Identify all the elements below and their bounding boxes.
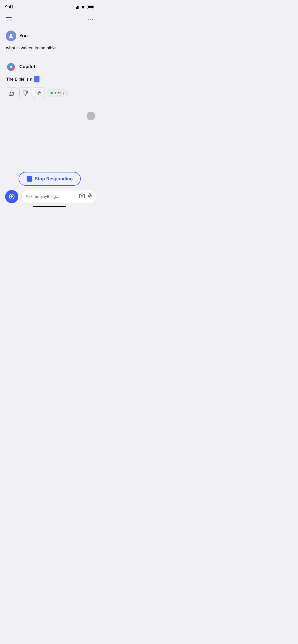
home-indicator (33, 206, 66, 207)
stop-responding-container: Stop Responding (5, 172, 94, 186)
copilot-message-section: Copilot The Bible is a (6, 62, 94, 99)
chat-area: You what is written in the bible (0, 25, 99, 109)
action-buttons: 1 of 30 (6, 87, 94, 99)
user-message-section: You what is written in the bible (6, 31, 94, 51)
scroll-indicator[interactable] (87, 112, 95, 120)
top-bar: ··· (0, 13, 99, 25)
menu-line-1 (6, 17, 12, 18)
microphone-icon[interactable] (87, 193, 92, 200)
signal-bar-3 (77, 6, 78, 9)
copilot-sender-name: Copilot (19, 64, 35, 69)
stop-responding-label: Stop Responding (35, 176, 73, 182)
battery-icon (87, 6, 94, 9)
user-icon (8, 33, 14, 39)
copilot-icon (6, 62, 16, 72)
thumbs-down-icon (22, 90, 28, 96)
input-row (5, 190, 94, 203)
green-dot-icon (50, 92, 53, 94)
menu-icon[interactable] (6, 17, 12, 21)
more-options-icon[interactable]: ··· (88, 16, 94, 22)
new-chat-button[interactable] (5, 190, 18, 203)
signal-bars-icon (75, 5, 79, 9)
response-count-text: 1 of 30 (55, 91, 65, 95)
new-chat-icon (8, 193, 15, 200)
signal-bar-2 (76, 7, 77, 9)
status-icons (75, 5, 94, 9)
bottom-section: Stop Responding (0, 172, 99, 215)
copilot-message-text: The Bible is a (6, 76, 94, 83)
menu-line-3 (6, 21, 12, 21)
copy-button[interactable] (33, 87, 45, 99)
stop-icon (27, 176, 32, 182)
copilot-message-header: Copilot (6, 62, 94, 72)
menu-line-2 (6, 19, 12, 19)
wifi-icon (81, 5, 85, 9)
signal-bar-4 (78, 6, 79, 9)
avatar (6, 31, 16, 41)
input-field-container (21, 190, 97, 203)
thumbs-up-icon (9, 90, 14, 96)
stop-responding-button[interactable]: Stop Responding (19, 172, 81, 186)
typing-cursor (34, 76, 39, 82)
user-sender-name: You (19, 33, 28, 39)
thumbs-up-button[interactable] (6, 87, 17, 99)
chat-input[interactable] (26, 194, 77, 199)
copy-icon (36, 91, 42, 96)
svg-point-0 (10, 34, 12, 36)
signal-bar-1 (75, 8, 75, 9)
response-count: 1 of 30 (47, 89, 69, 97)
svg-rect-1 (38, 92, 41, 95)
user-message-header: You (6, 31, 94, 41)
camera-icon[interactable] (79, 193, 85, 200)
status-time: 9:41 (5, 5, 13, 10)
copilot-logo (6, 62, 16, 72)
svg-point-3 (81, 195, 83, 197)
thumbs-down-button[interactable] (19, 87, 31, 99)
status-bar: 9:41 (0, 0, 99, 13)
user-message-text: what is written in the bible (6, 45, 94, 51)
